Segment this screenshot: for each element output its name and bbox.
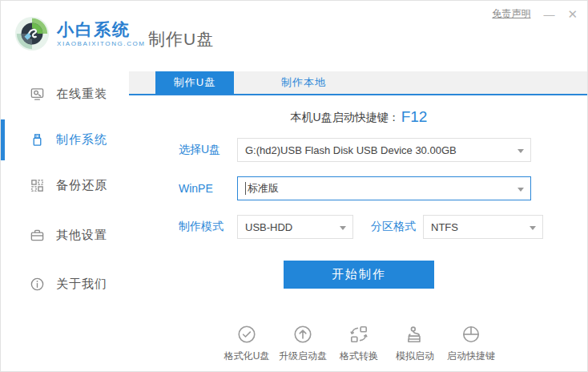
tool-label: 升级启动盘 <box>279 350 327 363</box>
window-controls: 免责声明 — ✕ <box>492 7 578 21</box>
backup-grid-icon <box>30 178 45 193</box>
brand-domain: XIAOBAIXITONG.COM <box>57 40 146 47</box>
tab-make-local[interactable]: 制作本地 <box>264 71 343 94</box>
usb-select-value: G:(hd2)USB Flash Disk USB Device 30.00GB <box>245 144 457 156</box>
chevron-down-icon <box>518 188 524 192</box>
winpe-select-value: 标准版 <box>248 181 279 196</box>
tool-label: 模拟启动 <box>396 350 434 363</box>
winpe-select[interactable]: 标准版 <box>237 176 531 200</box>
brand-logo-icon <box>14 15 50 52</box>
sidebar-item-online-reinstall[interactable]: 在线重装 <box>1 71 129 117</box>
boot-hotkey-label: 本机U盘启动快捷键： <box>291 111 400 123</box>
tool-boot-hotkey[interactable]: 启动快捷键 <box>443 324 499 363</box>
upgrade-boot-icon <box>292 324 313 345</box>
disclaimer-link[interactable]: 免责声明 <box>492 7 530 21</box>
tool-label: 格式化U盘 <box>224 350 270 363</box>
sidebar-item-label: 关于我们 <box>56 277 107 292</box>
sidebar-item-label: 在线重装 <box>56 87 107 102</box>
winpe-select-row: WinPE 标准版 <box>129 176 588 200</box>
format-convert-icon <box>348 324 369 345</box>
page-title: 制作U盘 <box>148 28 214 51</box>
chevron-down-icon <box>518 149 524 153</box>
text-cursor <box>245 182 246 195</box>
simulate-boot-icon <box>405 324 425 345</box>
format-usb-icon <box>236 324 257 345</box>
mode-partition-row: 制作模式 USB-HDD 分区格式 NTFS <box>129 215 588 239</box>
form: 选择U盘 G:(hd2)USB Flash Disk USB Device 30… <box>129 138 588 239</box>
start-make-button[interactable]: 开始制作 <box>284 261 434 289</box>
sidebar-item-make-system[interactable]: 制作系统 <box>1 117 129 163</box>
sidebar-item-label: 备份还原 <box>56 178 107 193</box>
partition-select-label: 分区格式 <box>371 220 416 234</box>
tab-make-usb[interactable]: 制作U盘 <box>155 71 234 94</box>
tool-format-convert[interactable]: 格式转换 <box>331 324 387 363</box>
tool-upgrade-boot[interactable]: 升级启动盘 <box>275 324 331 363</box>
sidebar-item-label: 制作系统 <box>56 132 107 148</box>
winpe-select-label: WinPE <box>179 182 237 195</box>
close-button[interactable]: ✕ <box>567 8 578 20</box>
chevron-down-icon <box>340 226 346 230</box>
info-icon <box>30 277 45 292</box>
usb-select[interactable]: G:(hd2)USB Flash Disk USB Device 30.00GB <box>237 138 531 162</box>
briefcase-icon <box>30 228 45 243</box>
app-window: { "window": { "disclaimer": "免责声明", "min… <box>0 0 588 372</box>
boot-hotkey-icon <box>461 324 481 345</box>
boot-hotkey-line: 本机U盘启动快捷键：F12 <box>129 107 588 127</box>
usb-select-label: 选择U盘 <box>179 143 237 157</box>
usb-select-row: 选择U盘 G:(hd2)USB Flash Disk USB Device 30… <box>129 138 588 162</box>
tool-simulate-boot[interactable]: 模拟启动 <box>387 324 443 363</box>
sidebar-item-label: 其他设置 <box>56 228 107 243</box>
tools-row: 格式化U盘 升级启动盘 格式转换 <box>129 324 588 363</box>
brand-texts: 小白系统 XIAOBAIXITONG.COM <box>57 20 146 47</box>
sidebar: 在线重装 制作系统 备份还原 其他设置 关于我们 <box>1 71 129 372</box>
partition-select[interactable]: NTFS <box>423 215 543 239</box>
minimize-button[interactable]: — <box>543 9 554 20</box>
monitor-reinstall-icon <box>30 87 45 102</box>
brand-logo: 小白系统 XIAOBAIXITONG.COM <box>14 15 146 52</box>
tool-label: 启动快捷键 <box>447 350 495 363</box>
mode-select-label: 制作模式 <box>179 220 237 234</box>
partition-select-value: NTFS <box>431 221 458 233</box>
brand-name: 小白系统 <box>57 20 146 38</box>
boot-hotkey-value: F12 <box>401 108 428 125</box>
mode-select[interactable]: USB-HDD <box>237 215 353 239</box>
chevron-down-icon <box>530 226 536 230</box>
main-content: 制作U盘 制作本地 本机U盘启动快捷键：F12 选择U盘 G:(hd2)USB … <box>129 71 588 372</box>
sidebar-item-other-settings[interactable]: 其他设置 <box>1 212 129 258</box>
usb-drive-icon <box>30 132 45 148</box>
sidebar-item-about-us[interactable]: 关于我们 <box>1 261 129 307</box>
sidebar-item-backup-restore[interactable]: 备份还原 <box>1 163 129 208</box>
tool-format-usb[interactable]: 格式化U盘 <box>219 324 275 363</box>
mode-select-value: USB-HDD <box>245 221 292 233</box>
tab-bar: 制作U盘 制作本地 <box>129 71 588 95</box>
tool-label: 格式转换 <box>340 350 378 363</box>
